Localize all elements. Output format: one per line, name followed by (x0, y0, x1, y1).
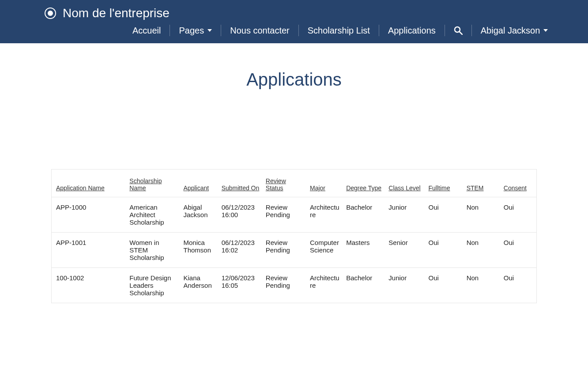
cell-consent: Oui (501, 233, 536, 268)
nav-user-menu[interactable]: Abigal Jackson (472, 25, 557, 36)
page-title: Applications (0, 70, 588, 90)
table-row[interactable]: 100-1002Future Design Leaders Scholarshi… (52, 268, 536, 303)
cell-applicant: Kiana Anderson (181, 268, 219, 303)
nav-applications-label: Applications (388, 26, 436, 36)
cell-submitted-on: 12/06/2023 16:05 (219, 268, 263, 303)
cell-consent: Oui (501, 268, 536, 303)
logo-icon (44, 7, 57, 19)
nav-applications[interactable]: Applications (379, 25, 445, 36)
nav-home[interactable]: Accueil (124, 25, 170, 36)
brand-name: Nom de l'entreprise (63, 6, 170, 20)
cell-class-level: Senior (386, 233, 426, 268)
cell-major: Computer Science (307, 233, 343, 268)
chevron-down-icon (543, 29, 548, 32)
nav-search[interactable] (445, 25, 472, 36)
header-top: Nom de l'entreprise (0, 0, 588, 25)
chevron-down-icon (207, 29, 212, 32)
cell-stem: Non (464, 268, 501, 303)
cell-consent: Oui (501, 197, 536, 233)
svg-point-1 (48, 11, 53, 16)
col-submitted-on[interactable]: Submitted On (219, 169, 263, 197)
cell-major: Architecture (307, 268, 343, 303)
col-consent[interactable]: Consent (501, 169, 536, 197)
col-class-level[interactable]: Class Level (386, 169, 426, 197)
table-row[interactable]: APP-1001Women in STEM ScholarshipMonica … (52, 233, 536, 268)
cell-fulltime: Oui (426, 233, 464, 268)
cell-fulltime: Oui (426, 268, 464, 303)
cell-application-name: APP-1001 (52, 233, 127, 268)
cell-scholarship-name: Women in STEM Scholarship (127, 233, 181, 268)
cell-application-name: APP-1000 (52, 197, 127, 233)
table-header-row: Application Name Scholarship Name Applic… (52, 169, 536, 197)
applications-table-wrap: Application Name Scholarship Name Applic… (51, 169, 537, 303)
navbar: Accueil Pages Nous contacter Scholarship… (124, 25, 588, 43)
col-major[interactable]: Major (307, 169, 343, 197)
nav-pages[interactable]: Pages (170, 25, 221, 36)
nav-contact-label: Nous contacter (230, 26, 290, 36)
nav-user-label: Abigal Jackson (481, 26, 540, 36)
search-icon (454, 26, 463, 35)
cell-degree-type: Bachelor (343, 197, 386, 233)
cell-class-level: Junior (386, 268, 426, 303)
col-degree-type[interactable]: Degree Type (343, 169, 386, 197)
cell-degree-type: Masters (343, 233, 386, 268)
cell-fulltime: Oui (426, 197, 464, 233)
col-stem[interactable]: STEM (464, 169, 501, 197)
col-fulltime[interactable]: Fulltime (426, 169, 464, 197)
cell-class-level: Junior (386, 197, 426, 233)
nav-scholarship-list-label: Scholarship List (308, 26, 370, 36)
nav-scholarship-list[interactable]: Scholarship List (299, 25, 379, 36)
cell-applicant: Abigal Jackson (181, 197, 219, 233)
nav-contact[interactable]: Nous contacter (221, 25, 299, 36)
applications-table: Application Name Scholarship Name Applic… (52, 169, 536, 303)
cell-major: Architecture (307, 197, 343, 233)
cell-scholarship-name: American Architect Scholarship (127, 197, 181, 233)
nav-home-label: Accueil (132, 26, 161, 36)
col-application-name[interactable]: Application Name (52, 169, 127, 197)
cell-review-status: Review Pending (263, 233, 307, 268)
svg-line-3 (460, 32, 462, 34)
cell-scholarship-name: Future Design Leaders Scholarship (127, 268, 181, 303)
col-scholarship-name[interactable]: Scholarship Name (127, 169, 181, 197)
nav-pages-label: Pages (179, 26, 204, 36)
cell-stem: Non (464, 233, 501, 268)
cell-applicant: Monica Thomson (181, 233, 219, 268)
cell-submitted-on: 06/12/2023 16:02 (219, 233, 263, 268)
cell-application-name: 100-1002 (52, 268, 127, 303)
col-review-status[interactable]: Review Status (263, 169, 307, 197)
cell-degree-type: Bachelor (343, 268, 386, 303)
cell-review-status: Review Pending (263, 268, 307, 303)
col-applicant[interactable]: Applicant (181, 169, 219, 197)
cell-review-status: Review Pending (263, 197, 307, 233)
content: Applications (0, 43, 588, 107)
cell-submitted-on: 06/12/2023 16:00 (219, 197, 263, 233)
table-row[interactable]: APP-1000American Architect ScholarshipAb… (52, 197, 536, 233)
header: Nom de l'entreprise Accueil Pages Nous c… (0, 0, 588, 43)
cell-stem: Non (464, 197, 501, 233)
